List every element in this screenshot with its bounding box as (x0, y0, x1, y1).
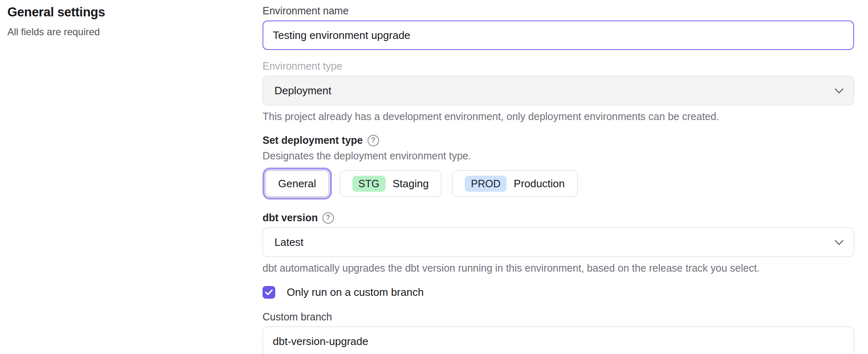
page-title: General settings (7, 5, 237, 20)
stg-badge: STG (352, 176, 386, 192)
custom-branch-label: Custom branch (263, 311, 854, 323)
dbt-version-label-text: dbt version (263, 212, 318, 224)
section-header: General settings All fields are required (7, 5, 237, 38)
dbt-version-select[interactable]: Latest (263, 227, 854, 257)
deployment-option-general[interactable]: General (265, 170, 329, 197)
environment-settings-page: General settings All fields are required… (0, 0, 868, 354)
environment-name-field: Environment name (263, 5, 854, 50)
deployment-type-label: Set deployment type ? (263, 134, 854, 146)
custom-branch-checkbox-row: Only run on a custom branch (263, 286, 854, 299)
help-icon[interactable]: ? (368, 135, 379, 146)
page-subtitle: All fields are required (7, 26, 237, 38)
deployment-option-general-label: General (278, 177, 316, 190)
deployment-type-helper: Designates the deployment environment ty… (263, 150, 854, 162)
custom-branch-checkbox-label[interactable]: Only run on a custom branch (287, 286, 424, 299)
environment-name-label: Environment name (263, 5, 854, 17)
prod-badge: PROD (465, 176, 507, 192)
dbt-version-value: Latest (274, 236, 304, 249)
dbt-version-field: dbt version ? Latest dbt automatically u… (263, 212, 854, 274)
deployment-type-options: General STG Staging PROD Production (263, 168, 854, 200)
chevron-down-icon (835, 236, 843, 245)
dbt-version-label: dbt version ? (263, 212, 854, 224)
deployment-option-staging-label: Staging (393, 177, 429, 190)
deployment-option-production[interactable]: PROD Production (452, 170, 578, 197)
deployment-option-production-label: Production (514, 177, 564, 190)
environment-type-helper: This project already has a development e… (263, 111, 854, 123)
settings-form: Environment name Environment type Deploy… (263, 0, 854, 354)
dbt-version-helper: dbt automatically upgrades the dbt versi… (263, 262, 854, 274)
environment-type-field: Environment type Deployment This project… (263, 60, 854, 123)
chevron-down-icon (835, 84, 843, 93)
custom-branch-input[interactable] (263, 327, 854, 354)
environment-type-label: Environment type (263, 60, 854, 72)
environment-name-input[interactable] (263, 20, 854, 50)
custom-branch-field: Custom branch (263, 311, 854, 354)
deployment-option-staging[interactable]: STG Staging (340, 170, 442, 197)
checkmark-icon (265, 289, 273, 295)
deployment-type-field: Set deployment type ? Designates the dep… (263, 134, 854, 200)
deployment-type-label-text: Set deployment type (263, 134, 363, 146)
environment-type-value: Deployment (274, 84, 331, 97)
custom-branch-checkbox[interactable] (263, 286, 275, 299)
environment-type-select: Deployment (263, 76, 854, 105)
help-icon[interactable]: ? (322, 212, 334, 224)
